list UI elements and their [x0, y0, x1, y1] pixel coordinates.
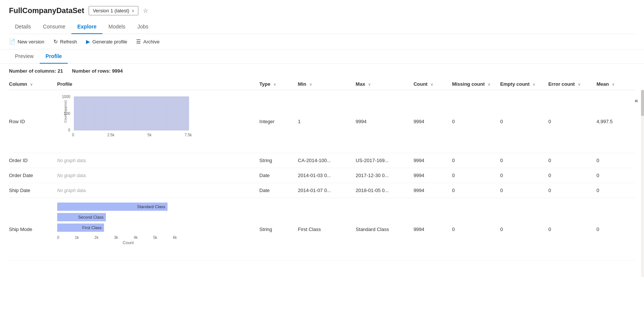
- bar-row-first: First Class: [57, 224, 199, 232]
- max-sort-icon: ∨: [368, 82, 371, 86]
- rows-value: 9994: [112, 68, 123, 74]
- tab-explore[interactable]: Explore: [71, 20, 102, 34]
- cell-mean: 0: [597, 168, 635, 183]
- column-sort-icon: ∨: [30, 82, 33, 86]
- nav-tabs: Details Consume Explore Models Jobs: [9, 20, 635, 34]
- cell-max: US-2017-169...: [356, 153, 414, 168]
- tab-details[interactable]: Details: [9, 20, 37, 34]
- mean-sort-icon: ∨: [612, 82, 614, 86]
- toolbar: 📄 New version ↻ Refresh ▶ Generate profi…: [0, 34, 644, 49]
- cell-error: 0: [548, 168, 597, 183]
- cell-min: 2014-01-07 0...: [298, 183, 356, 198]
- error-sort-icon: ∨: [578, 82, 580, 86]
- data-table-container: Column ∨ Profile Type ∨ Min ∨ Max ∨ Coun…: [0, 78, 644, 261]
- cell-error: 0: [548, 198, 597, 261]
- cell-profile: 1000 500 0 Count (approx): [57, 90, 260, 153]
- cell-min: 1: [298, 90, 356, 153]
- col-header-column[interactable]: Column ∨: [9, 78, 57, 90]
- cell-count: 9994: [414, 168, 452, 183]
- svg-rect-5: [126, 97, 137, 130]
- svg-rect-10: [179, 97, 189, 130]
- tab-models[interactable]: Models: [102, 20, 131, 34]
- cell-type: String: [260, 153, 298, 168]
- archive-icon: ☰: [136, 39, 141, 45]
- archive-button[interactable]: ☰ Archive: [136, 39, 159, 45]
- svg-rect-8: [158, 97, 168, 130]
- cell-column: Order Date: [9, 168, 57, 183]
- bar-x-5k: 5k: [153, 235, 157, 240]
- favorite-icon[interactable]: ☆: [143, 7, 148, 14]
- cell-max: 2018-01-05 0...: [356, 183, 414, 198]
- tab-preview[interactable]: Preview: [9, 49, 40, 64]
- x-label-0: 0: [72, 133, 74, 137]
- cell-mean: 0: [597, 183, 635, 198]
- table-row: Order Date No graph data. Date 2014-01-0…: [9, 168, 635, 183]
- x-label-75k: 7.5k: [185, 133, 192, 137]
- col-header-error[interactable]: Error count ∨: [548, 78, 597, 90]
- col-header-profile: Profile: [57, 78, 260, 90]
- tab-profile[interactable]: Profile: [40, 49, 68, 64]
- cell-missing: 0: [452, 153, 500, 168]
- cell-max: 2017-12-30 0...: [356, 168, 414, 183]
- scrollbar-thumb[interactable]: [641, 90, 644, 116]
- cell-empty: 0: [500, 90, 548, 153]
- new-version-button[interactable]: 📄 New version: [9, 39, 45, 45]
- cell-type: Date: [260, 183, 298, 198]
- svg-rect-9: [168, 97, 178, 130]
- bar-x-axis-label: Count: [123, 240, 134, 245]
- table-row: Order ID No graph data. String CA-2014-1…: [9, 153, 635, 168]
- scrollbar-track[interactable]: [641, 90, 644, 261]
- generate-profile-label: Generate profile: [92, 39, 127, 45]
- table-row: Ship Mode Standard Class: [9, 198, 635, 261]
- bar-row-standard: Standard Class: [57, 203, 199, 211]
- refresh-button[interactable]: ↻ Refresh: [53, 39, 77, 45]
- histogram-chart: [72, 95, 192, 132]
- cell-count: 9994: [414, 90, 452, 153]
- cell-min: 2014-01-03 0...: [298, 168, 356, 183]
- type-sort-icon: ∨: [273, 82, 276, 86]
- rows-label: Number of rows:: [72, 68, 112, 74]
- svg-rect-2: [95, 97, 105, 130]
- col-header-max[interactable]: Max ∨: [356, 78, 414, 90]
- cell-error: 0: [548, 183, 597, 198]
- cell-missing: 0: [452, 198, 500, 261]
- x-label-25k: 2.5k: [107, 133, 114, 137]
- table-row: Row ID 1000 500 0 Count (approx): [9, 90, 635, 153]
- bar-x-6k: 6k: [173, 235, 177, 240]
- page-title: FullCompanyDataSet: [9, 6, 84, 15]
- cell-empty: 0: [500, 183, 548, 198]
- stats-row: Number of columns: 21 Number of rows: 99…: [0, 64, 644, 78]
- col-header-missing[interactable]: Missing count ∨: [452, 78, 500, 90]
- cell-mean: 0: [597, 198, 635, 261]
- archive-label: Archive: [143, 39, 159, 45]
- cell-type: String: [260, 198, 298, 261]
- bar-x-0: 0: [57, 235, 59, 240]
- col-header-count[interactable]: Count ∨: [414, 78, 452, 90]
- table-row: Ship Date No graph data. Date 2014-01-07…: [9, 183, 635, 198]
- profile-table: Column ∨ Profile Type ∨ Min ∨ Max ∨ Coun…: [9, 78, 635, 261]
- collapse-button[interactable]: «: [635, 97, 638, 104]
- cell-column: Ship Mode: [9, 198, 57, 261]
- generate-profile-button[interactable]: ▶ Generate profile: [86, 39, 127, 45]
- version-dropdown[interactable]: Version 1 (latest) ∨: [89, 6, 138, 15]
- col-header-type[interactable]: Type ∨: [260, 78, 298, 90]
- svg-rect-1: [85, 97, 95, 130]
- cell-min: First Class: [298, 198, 356, 261]
- col-header-min[interactable]: Min ∨: [298, 78, 356, 90]
- cell-count: 9994: [414, 198, 452, 261]
- bar-label-first: First Class: [82, 225, 102, 230]
- col-header-empty[interactable]: Empty count ∨: [500, 78, 548, 90]
- bar-label-standard: Standard Class: [137, 204, 165, 209]
- col-header-mean[interactable]: Mean ∨: [597, 78, 635, 90]
- cell-empty: 0: [500, 168, 548, 183]
- cell-mean: 4,997.5: [597, 90, 635, 153]
- tab-consume[interactable]: Consume: [37, 20, 71, 34]
- missing-sort-icon: ∨: [488, 82, 490, 86]
- cell-column: Order ID: [9, 153, 57, 168]
- cell-missing: 0: [452, 183, 500, 198]
- cell-profile: No graph data.: [57, 153, 260, 168]
- chevron-down-icon: ∨: [132, 9, 134, 13]
- bar-x-3k: 3k: [114, 235, 118, 240]
- x-label-5k: 5k: [148, 133, 152, 137]
- tab-jobs[interactable]: Jobs: [131, 20, 154, 34]
